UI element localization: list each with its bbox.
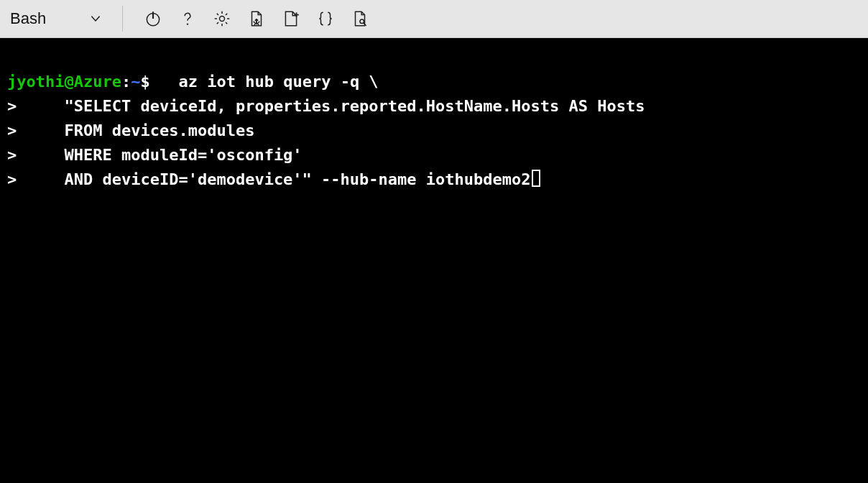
help-icon [178,9,197,28]
chevron-down-icon [89,12,102,25]
prompt-host: Azure [74,73,121,91]
download-file-icon [247,9,266,28]
svg-point-3 [220,17,225,22]
terminal-output[interactable]: jyothi@Azure:~$ az iot hub query -q \ > … [0,38,868,483]
continuation-prompt-4: > [7,170,17,188]
continuation-prompt-2: > [7,121,17,139]
continuation-prompt-1: > [7,97,17,115]
toolbar-divider [122,6,123,32]
power-icon [144,9,162,28]
shell-selector[interactable]: Bash [10,0,119,37]
prompt-symbol: $ [140,73,149,91]
command-text-2: FROM devices.modules [64,121,254,139]
preview-button[interactable] [343,0,377,38]
new-file-button[interactable] [274,0,308,38]
terminal-cursor [532,170,540,187]
gear-icon [213,9,231,28]
prompt-colon: : [121,73,131,91]
shell-selector-label: Bash [10,9,46,28]
svg-point-6 [360,19,364,24]
download-file-button[interactable] [239,0,274,38]
command-text-3: WHERE moduleId='osconfig' [64,146,302,164]
braces-icon [316,9,335,28]
cloud-shell-toolbar: Bash [0,0,868,38]
file-search-icon [351,9,369,28]
editor-button[interactable] [308,0,343,38]
command-text-1: "SELECT deviceId, properties.reported.Ho… [64,97,645,115]
upload-file-icon [282,9,300,28]
prompt-user: jyothi [7,73,64,91]
command-text-4: AND deviceID='demodevice'" --hub-name io… [64,170,530,188]
command-line-0 [150,73,179,91]
help-button[interactable] [170,0,205,38]
settings-button[interactable] [205,0,239,38]
restart-button[interactable] [136,0,170,38]
prompt-path: ~ [131,73,140,91]
continuation-prompt-3: > [7,146,17,164]
prompt-at: @ [64,73,73,91]
svg-point-2 [187,23,188,24]
command-text-0: az iot hub query -q \ [178,73,378,91]
